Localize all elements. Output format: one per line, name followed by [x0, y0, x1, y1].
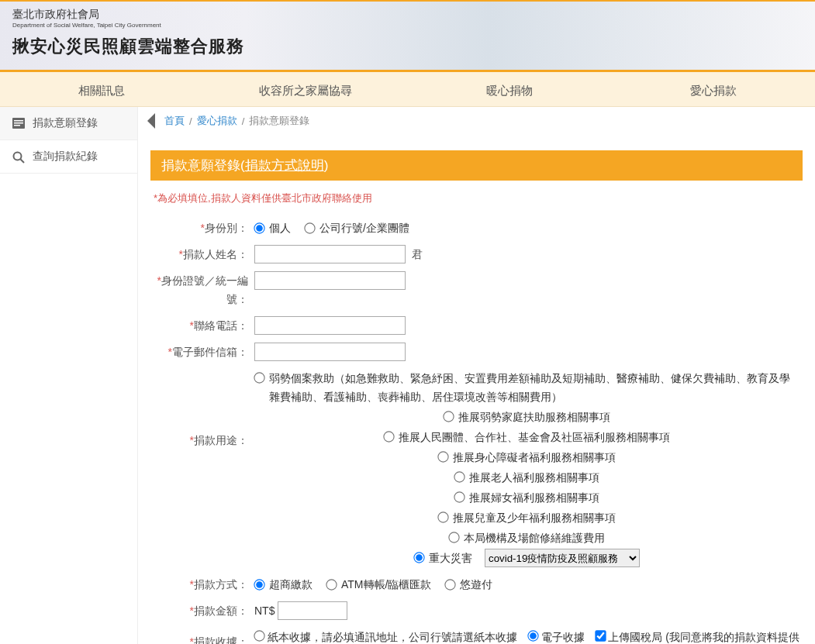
breadcrumb-parent[interactable]: 愛心捐款: [197, 114, 237, 128]
method-atm-radio[interactable]: [326, 579, 337, 590]
breadcrumb-sep: /: [242, 115, 245, 127]
upload-tax-checkbox[interactable]: [595, 630, 606, 641]
method-store-radio[interactable]: [254, 579, 264, 590]
email-input[interactable]: [254, 343, 406, 361]
sidebar: 捐款意願登錄 查詢捐款紀錄: [0, 107, 138, 644]
disaster-select[interactable]: covid-19疫情防疫及照顧服務: [485, 549, 640, 567]
identity-personal-radio[interactable]: [254, 222, 264, 233]
purpose-radio-2[interactable]: [383, 431, 394, 442]
breadcrumb: 首頁 / 愛心捐款 / 捐款意願登錄: [138, 107, 815, 135]
purpose-radio-8[interactable]: [413, 552, 424, 563]
identity-company-radio[interactable]: [304, 222, 315, 233]
sidebar-item-query[interactable]: 查詢捐款紀錄: [0, 140, 137, 174]
svg-line-5: [21, 160, 25, 164]
service-title: 揪安心災民照顧雲端整合服務: [12, 35, 803, 58]
nav-item-goods[interactable]: 暖心捐物: [408, 72, 612, 106]
svg-rect-3: [14, 125, 20, 126]
sidebar-item-label: 捐款意願登錄: [33, 116, 98, 130]
name-input[interactable]: [254, 245, 406, 263]
breadcrumb-current: 捐款意願登錄: [249, 114, 309, 128]
amount-input[interactable]: [278, 601, 347, 620]
purpose-radio-6[interactable]: [437, 511, 448, 522]
purpose-radio-4[interactable]: [454, 471, 464, 482]
nav-item-donation[interactable]: 愛心捐款: [611, 72, 815, 106]
main-content: 首頁 / 愛心捐款 / 捐款意願登錄 捐款意願登錄(捐款方式說明) *為必填填位…: [138, 107, 815, 644]
purpose-options: 弱勢個案救助（如急難救助、緊急紓困、安置費用差額補助及短期補助、醫療補助、健保欠…: [254, 369, 799, 567]
receipt-paper-radio[interactable]: [254, 630, 264, 641]
method-easycard-radio[interactable]: [445, 579, 456, 590]
purpose-radio-5[interactable]: [454, 491, 464, 502]
purpose-radio-7[interactable]: [448, 532, 459, 542]
purpose-radio-0[interactable]: [254, 372, 264, 383]
nav-item-shelter[interactable]: 收容所之家屬協尋: [204, 72, 408, 106]
breadcrumb-home[interactable]: 首頁: [164, 114, 185, 128]
svg-point-4: [14, 153, 22, 160]
donation-method-link[interactable]: 捐款方式說明: [245, 158, 324, 173]
svg-rect-2: [14, 122, 23, 124]
back-arrow-icon[interactable]: [147, 113, 155, 129]
breadcrumb-sep: /: [189, 115, 192, 127]
sidebar-item-label: 查詢捐款紀錄: [33, 150, 98, 164]
form-icon: [12, 118, 25, 129]
required-note: *為必填填位,捐款人資料僅供臺北市政府聯絡使用: [154, 191, 799, 205]
header-banner: 臺北市政府社會局 Department of Social Welfare, T…: [0, 0, 815, 70]
form-heading: 捐款意願登錄(捐款方式說明): [150, 150, 803, 181]
phone-input[interactable]: [254, 316, 406, 335]
department-title: 臺北市政府社會局: [12, 8, 803, 22]
purpose-radio-3[interactable]: [437, 451, 448, 462]
department-subtitle: Department of Social Welfare, Taipei Cit…: [12, 22, 803, 29]
sidebar-item-register[interactable]: 捐款意願登錄: [0, 107, 137, 140]
purpose-radio-1[interactable]: [443, 411, 454, 422]
nav-item-info[interactable]: 相關訊息: [0, 72, 204, 106]
svg-rect-1: [14, 120, 23, 122]
main-nav: 相關訊息 收容所之家屬協尋 暖心捐物 愛心捐款: [0, 70, 815, 107]
form-body: *為必填填位,捐款人資料僅供臺北市政府聯絡使用 *身份別： 個人 公司行號/企業…: [138, 181, 815, 644]
receipt-electronic-radio[interactable]: [527, 630, 538, 641]
search-icon: [12, 151, 25, 162]
id-number-input[interactable]: [254, 271, 406, 290]
